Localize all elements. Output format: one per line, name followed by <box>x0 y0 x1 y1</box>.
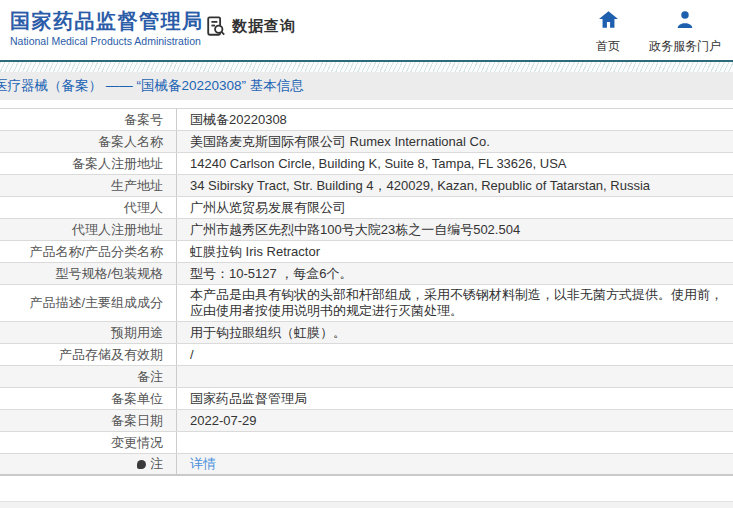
row-label: 备注 <box>137 369 163 385</box>
spacer <box>0 100 733 108</box>
data-query-label: 数据查询 <box>232 17 296 36</box>
row-label: 备案人注册地址 <box>72 156 163 172</box>
row-label: 变更情况 <box>111 435 163 451</box>
row-value-cell: 14240 Carlson Circle, Building K, Suite … <box>177 153 733 174</box>
row-label-cell: 备注 <box>0 366 177 387</box>
row-value: 国械备20220308 <box>190 112 287 128</box>
row-value-cell: 虹膜拉钩 Iris Retractor <box>177 241 733 262</box>
row-value: / <box>190 347 194 363</box>
nav-gov-portal[interactable]: 政务服务门户 <box>639 11 731 55</box>
row-value-cell: 用于钩拉眼组织（虹膜）。 <box>177 322 733 343</box>
row-label-cell: 备案号 <box>0 109 177 130</box>
table-row: 代理人广州从览贸易发展有限公司 <box>0 197 733 219</box>
row-label: 备案单位 <box>111 391 163 407</box>
logo-subtitle: National Medical Products Administration <box>10 35 204 47</box>
row-value-cell <box>177 366 733 387</box>
row-value: 本产品是由具有钩状的头部和杆部组成，采用不锈钢材料制造，以非无菌方式提供。使用前… <box>190 287 725 319</box>
row-value: 2022-07-29 <box>190 413 257 429</box>
row-label-cell: 代理人 <box>0 197 177 218</box>
row-label: 注 <box>150 456 163 472</box>
row-value-cell: 国家药品监督管理局 <box>177 388 733 409</box>
row-label: 生产地址 <box>111 178 163 194</box>
table-row: 注详情 <box>0 454 733 476</box>
row-label: 型号规格/包装规格 <box>55 266 163 282</box>
row-label-cell: 备案人名称 <box>0 131 177 152</box>
home-icon <box>599 11 618 32</box>
row-value: 虹膜拉钩 Iris Retractor <box>190 244 320 260</box>
row-label: 代理人注册地址 <box>72 222 163 238</box>
table-row: 备案人注册地址14240 Carlson Circle, Building K,… <box>0 153 733 175</box>
row-value-cell: 广州从览贸易发展有限公司 <box>177 197 733 218</box>
row-value: 34 Sibirsky Tract, Str. Building 4，42002… <box>190 178 650 194</box>
row-value-cell: 34 Sibirsky Tract, Str. Building 4，42002… <box>177 175 733 196</box>
row-label-cell: 预期用途 <box>0 322 177 343</box>
row-label-cell: 备案日期 <box>0 410 177 431</box>
table-row: 预期用途用于钩拉眼组织（虹膜）。 <box>0 322 733 344</box>
row-label: 备案号 <box>124 112 163 128</box>
row-label: 产品存储及有效期 <box>59 347 163 363</box>
note-icon <box>137 460 146 469</box>
breadcrumb-bar: 医疗器械（备案） —— “国械备20220308” 基本信息 <box>0 72 733 100</box>
detail-link[interactable]: 详情 <box>190 456 216 472</box>
row-label: 预期用途 <box>111 325 163 341</box>
table-row: 备案单位国家药品监督管理局 <box>0 388 733 410</box>
table-row: 备注 <box>0 366 733 388</box>
row-label-cell: 产品名称/产品分类名称 <box>0 241 177 262</box>
row-value-cell <box>177 432 733 453</box>
data-query-title: 数据查询 <box>205 15 296 37</box>
table-row: 产品描述/主要组成成分本产品是由具有钩状的头部和杆部组成，采用不锈钢材料制造，以… <box>0 285 733 322</box>
row-value-cell: 本产品是由具有钩状的头部和杆部组成，采用不锈钢材料制造，以非无菌方式提供。使用前… <box>177 285 733 321</box>
nav-home-label: 首页 <box>596 38 620 55</box>
row-value-cell: 广州市越秀区先烈中路100号大院23栋之一自编号502.504 <box>177 219 733 240</box>
logo-title: 国家药品监督管理局 <box>10 10 204 33</box>
row-label-cell: 产品存储及有效期 <box>0 344 177 365</box>
row-label: 产品描述/主要组成成分 <box>29 295 163 311</box>
table-row: 备案号国械备20220308 <box>0 109 733 131</box>
row-value: 14240 Carlson Circle, Building K, Suite … <box>190 156 567 172</box>
person-icon <box>676 11 694 32</box>
nav-home[interactable]: 首页 <box>577 11 639 55</box>
row-value-cell: 美国路麦克斯国际有限公司 Rumex International Co. <box>177 131 733 152</box>
row-label: 代理人 <box>124 200 163 216</box>
footer-strip <box>0 501 733 508</box>
table-row: 备案日期2022-07-29 <box>0 410 733 432</box>
row-value: 用于钩拉眼组织（虹膜）。 <box>190 325 346 341</box>
top-nav: 首页 政务服务门户 <box>577 11 731 55</box>
table-row: 生产地址34 Sibirsky Tract, Str. Building 4，4… <box>0 175 733 197</box>
row-label-cell: 生产地址 <box>0 175 177 196</box>
breadcrumb: 医疗器械（备案） —— “国械备20220308” 基本信息 <box>0 77 304 95</box>
nmpa-logo[interactable]: 国家药品监督管理局 National Medical Products Admi… <box>10 10 204 47</box>
row-label: 备案日期 <box>111 413 163 429</box>
row-label: 备案人名称 <box>98 134 163 150</box>
row-value-cell: 国械备20220308 <box>177 109 733 130</box>
row-value: 广州从览贸易发展有限公司 <box>190 200 346 216</box>
table-row: 代理人注册地址广州市越秀区先烈中路100号大院23栋之一自编号502.504 <box>0 219 733 241</box>
row-value: 广州市越秀区先烈中路100号大院23栋之一自编号502.504 <box>190 222 520 238</box>
row-label-cell: 备案人注册地址 <box>0 153 177 174</box>
row-value: 美国路麦克斯国际有限公司 Rumex International Co. <box>190 134 490 150</box>
row-label-cell: 型号规格/包装规格 <box>0 263 177 284</box>
row-value: 型号：10-5127 ，每盒6个。 <box>190 266 353 282</box>
row-label-cell: 代理人注册地址 <box>0 219 177 240</box>
table-row: 备案人名称美国路麦克斯国际有限公司 Rumex International Co… <box>0 131 733 153</box>
row-label-cell: 注 <box>0 454 177 474</box>
nav-gov-portal-label: 政务服务门户 <box>649 38 721 55</box>
table-row: 产品名称/产品分类名称虹膜拉钩 Iris Retractor <box>0 241 733 263</box>
info-table: 备案号国械备20220308备案人名称美国路麦克斯国际有限公司 Rumex In… <box>0 108 733 476</box>
table-row: 产品存储及有效期/ <box>0 344 733 366</box>
row-value-cell: 详情 <box>177 454 733 474</box>
document-search-icon <box>205 15 227 37</box>
row-value-cell: / <box>177 344 733 365</box>
page-header: 国家药品监督管理局 National Medical Products Admi… <box>0 0 733 60</box>
row-value: 国家药品监督管理局 <box>190 391 307 407</box>
row-label: 产品名称/产品分类名称 <box>29 244 163 260</box>
row-label-cell: 产品描述/主要组成成分 <box>0 285 177 321</box>
table-row: 型号规格/包装规格型号：10-5127 ，每盒6个。 <box>0 263 733 285</box>
row-value-cell: 型号：10-5127 ，每盒6个。 <box>177 263 733 284</box>
row-label-cell: 变更情况 <box>0 432 177 453</box>
row-label-cell: 备案单位 <box>0 388 177 409</box>
row-value-cell: 2022-07-29 <box>177 410 733 431</box>
table-row: 变更情况 <box>0 432 733 454</box>
hatch-band <box>0 62 733 72</box>
